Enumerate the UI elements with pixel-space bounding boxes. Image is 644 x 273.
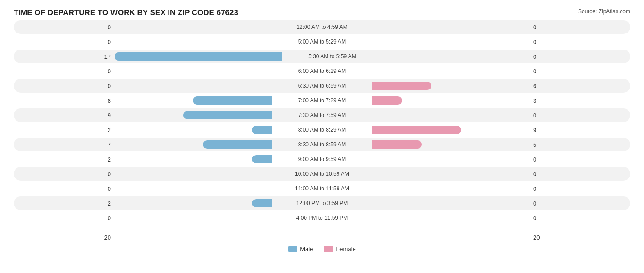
- male-value: 8: [14, 97, 115, 104]
- bars-center: 9:00 AM to 9:59 AM: [115, 152, 529, 166]
- bars-center: 5:00 AM to 5:29 AM: [115, 35, 529, 49]
- table-row: 0 6:00 AM to 6:29 AM 0: [14, 64, 630, 78]
- female-bar-container: [372, 96, 529, 105]
- bar-group: 7:30 AM to 7:59 AM: [115, 108, 529, 122]
- female-label: Female: [336, 245, 355, 252]
- female-bar: [372, 96, 402, 105]
- bars-center: 7:00 AM to 7:29 AM: [115, 94, 529, 107]
- female-value: 0: [529, 171, 630, 178]
- bars-center: 7:30 AM to 7:59 AM: [115, 108, 529, 122]
- time-label: 8:00 AM to 8:29 AM: [272, 127, 372, 133]
- bar-group: 9:00 AM to 9:59 AM: [115, 152, 529, 166]
- table-row: 2 12:00 PM to 3:59 PM 0: [14, 196, 630, 210]
- female-bar: [372, 126, 461, 134]
- female-value: 0: [529, 24, 630, 31]
- male-bar: [203, 140, 272, 149]
- bar-group: 11:00 AM to 11:59 AM: [115, 182, 529, 195]
- legend-female: Female: [324, 245, 355, 252]
- male-bar: [115, 52, 282, 61]
- time-label: 12:00 PM to 3:59 PM: [272, 200, 372, 206]
- time-label: 5:00 AM to 5:29 AM: [272, 39, 372, 45]
- table-row: 9 7:30 AM to 7:59 AM 0: [14, 108, 630, 122]
- time-label: 9:00 AM to 9:59 AM: [272, 156, 372, 162]
- female-value: 0: [529, 68, 630, 75]
- male-value: 0: [14, 171, 115, 178]
- male-bar-container: [115, 126, 272, 134]
- table-row: 2 9:00 AM to 9:59 AM 0: [14, 152, 630, 166]
- female-bar-container: [372, 155, 529, 163]
- male-bar-container: [115, 23, 272, 31]
- bars-center: 4:00 PM to 11:59 PM: [115, 211, 529, 225]
- female-value: 6: [529, 83, 630, 89]
- male-bar-container: [115, 82, 272, 90]
- female-value: 0: [529, 39, 630, 45]
- axis-right-label: 20: [529, 234, 630, 241]
- time-label: 8:30 AM to 8:59 AM: [272, 141, 372, 148]
- bar-group: 7:00 AM to 7:29 AM: [115, 94, 529, 107]
- bar-group: 12:00 PM to 3:59 PM: [115, 196, 529, 210]
- male-value: 0: [14, 185, 115, 192]
- table-row: 17 5:30 AM to 5:59 AM 0: [14, 50, 630, 63]
- male-bar-container: [115, 199, 272, 207]
- female-bar-container: [372, 170, 529, 178]
- female-bar-container: [372, 199, 529, 207]
- male-bar-container: [115, 214, 272, 222]
- male-bar: [252, 126, 272, 134]
- female-value: 0: [529, 200, 630, 207]
- female-swatch: [324, 246, 333, 252]
- time-label: 11:00 AM to 11:59 AM: [272, 185, 372, 192]
- source-text: Source: ZipAtlas.com: [578, 8, 630, 15]
- table-row: 0 4:00 PM to 11:59 PM 0: [14, 211, 630, 225]
- time-label: 5:30 AM to 5:59 AM: [282, 53, 383, 60]
- female-bar-container: [372, 23, 529, 31]
- time-label: 6:30 AM to 6:59 AM: [272, 83, 372, 89]
- female-value: 0: [529, 156, 630, 163]
- male-value: 17: [14, 53, 115, 60]
- table-row: 0 5:00 AM to 5:29 AM 0: [14, 35, 630, 49]
- male-bar-container: [115, 170, 272, 178]
- male-value: 0: [14, 68, 115, 75]
- male-bar-container: [115, 140, 272, 149]
- male-label: Male: [300, 245, 313, 252]
- bar-group: 6:00 AM to 6:29 AM: [115, 64, 529, 78]
- female-bar-container: [372, 184, 529, 193]
- male-value: 2: [14, 156, 115, 163]
- table-row: 0 11:00 AM to 11:59 AM 0: [14, 182, 630, 195]
- chart-area: 0 12:00 AM to 4:59 AM 0 0: [14, 20, 630, 231]
- male-bar-container: [115, 184, 272, 193]
- bar-group: 4:00 PM to 11:59 PM: [115, 211, 529, 225]
- legend-male: Male: [288, 245, 313, 252]
- table-row: 8 7:00 AM to 7:29 AM 3: [14, 94, 630, 107]
- male-value: 2: [14, 127, 115, 134]
- table-row: 2 8:00 AM to 8:29 AM 9: [14, 123, 630, 137]
- table-row: 7 8:30 AM to 8:59 AM 5: [14, 138, 630, 151]
- female-value: 0: [529, 112, 630, 119]
- female-bar-container: [372, 140, 529, 149]
- female-value: 0: [529, 185, 630, 192]
- male-value: 0: [14, 24, 115, 31]
- time-label: 10:00 AM to 10:59 AM: [272, 171, 372, 177]
- time-label: 6:00 AM to 6:29 AM: [272, 68, 372, 74]
- female-value: 3: [529, 97, 630, 104]
- female-bar-container: [372, 214, 529, 222]
- bars-center: 6:30 AM to 6:59 AM: [115, 79, 529, 93]
- bars-center: 8:30 AM to 8:59 AM: [115, 138, 529, 151]
- male-swatch: [288, 246, 297, 252]
- female-bar: [372, 140, 422, 149]
- axis-left-label: 20: [14, 234, 115, 241]
- male-bar-container: [115, 67, 272, 75]
- bar-group: 5:30 AM to 5:59 AM: [115, 50, 529, 63]
- female-bar-container: [372, 126, 529, 134]
- bar-group: 5:00 AM to 5:29 AM: [115, 35, 529, 49]
- female-value: 9: [529, 127, 630, 134]
- table-row: 0 10:00 AM to 10:59 AM 0: [14, 167, 630, 181]
- table-row: 0 12:00 AM to 4:59 AM 0: [14, 20, 630, 34]
- female-value: 5: [529, 141, 630, 148]
- time-label: 7:30 AM to 7:59 AM: [272, 112, 372, 118]
- male-value: 2: [14, 200, 115, 207]
- bars-center: 5:30 AM to 5:59 AM: [115, 50, 529, 63]
- bars-center: 8:00 AM to 8:29 AM: [115, 123, 529, 137]
- male-value: 0: [14, 39, 115, 45]
- bar-group: 10:00 AM to 10:59 AM: [115, 167, 529, 181]
- time-label: 12:00 AM to 4:59 AM: [272, 24, 372, 30]
